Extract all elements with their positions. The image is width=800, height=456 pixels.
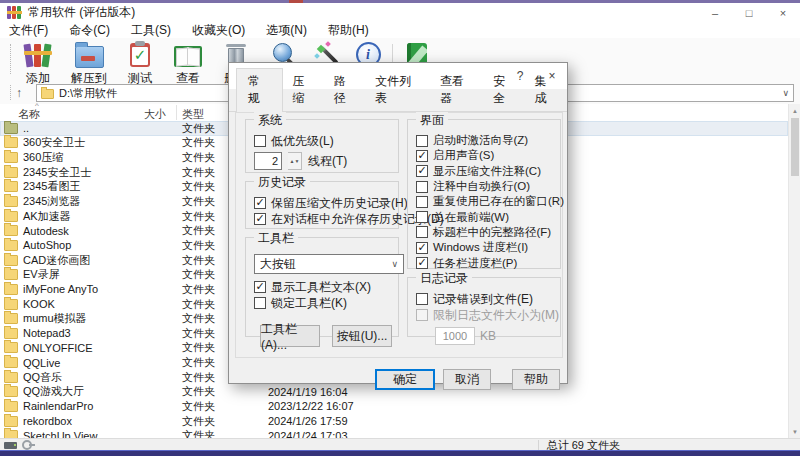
checkbox-box — [416, 293, 428, 305]
column-divider[interactable] — [176, 105, 177, 120]
up-directory-button[interactable]: ↑ — [8, 84, 30, 102]
checkbox-interface-item[interactable]: 总在最前端(W) — [416, 209, 554, 224]
menu-item[interactable]: 命令(C) — [69, 22, 110, 39]
folder-icon — [4, 357, 18, 368]
drive-icon — [4, 442, 17, 449]
dialog-tab[interactable]: 常规 — [236, 68, 283, 112]
toolbars-button[interactable]: 工具栏(A)... — [260, 325, 320, 347]
view-book-icon — [174, 46, 202, 67]
checkbox-label: 重复使用已存在的窗口(R) — [433, 194, 564, 209]
checkbox-history-item[interactable]: 在对话框中允许保存历史记录(D) — [254, 211, 392, 227]
scroll-down-icon[interactable]: ▼ — [789, 425, 800, 438]
checkbox-interface-item[interactable]: 注释中自动换行(O) — [416, 179, 554, 194]
file-name: SketchUp View — [23, 430, 97, 438]
file-type: 文件夹 — [182, 223, 215, 238]
menu-item[interactable]: 工具(S) — [131, 22, 171, 39]
vertical-scrollbar[interactable]: ▲ ▼ — [788, 104, 800, 438]
checkbox-label: 启动时激活向导(Z) — [433, 133, 528, 148]
checkbox-label: 显示压缩文件注释(C) — [433, 164, 541, 179]
folder-icon — [4, 430, 18, 438]
checkbox-label: 任务栏进度栏(P) — [433, 256, 517, 271]
folder-icon — [4, 255, 18, 266]
extract-folder-icon — [75, 46, 104, 68]
folder-icon — [4, 284, 18, 295]
folder-icon — [4, 211, 18, 222]
threads-spinner-row: 2 ▲▼ 线程(T) — [254, 152, 392, 170]
checkbox-label: 显示工具栏文本(X) — [271, 279, 371, 296]
dialog-tab[interactable]: 路径 — [325, 69, 366, 111]
dialog-tab[interactable]: 集成 — [526, 69, 567, 111]
checkbox-interface-item[interactable]: Windows 进度栏(I) — [416, 240, 554, 255]
buttons-button[interactable]: 按钮(U)... — [332, 325, 392, 347]
table-row[interactable]: rekordbox 文件夹 2024/1/26 17:59 — [0, 414, 788, 429]
scrollbar-thumb[interactable] — [791, 118, 799, 176]
file-type: 文件夹 — [182, 340, 215, 355]
checkbox-toolbar-item[interactable]: 锁定工具栏(K) — [254, 295, 392, 311]
folder-icon — [4, 313, 18, 324]
test-button[interactable]: 测试 — [116, 38, 164, 87]
checkbox-box — [416, 150, 428, 162]
add-button[interactable]: 添加 — [14, 38, 62, 87]
view-button[interactable]: 查看 — [164, 38, 212, 87]
file-type: 文件夹 — [182, 414, 215, 429]
checkbox-box — [416, 226, 428, 238]
checkbox-interface-item[interactable]: 重复使用已存在的窗口(R) — [416, 194, 554, 209]
table-row[interactable]: SketchUp View 文件夹 2024/1/24 17:03 — [0, 428, 788, 438]
table-row[interactable]: RainlendarPro 文件夹 2023/12/22 16:07 — [0, 399, 788, 414]
column-header-type[interactable]: 类型 — [182, 107, 204, 122]
help-button[interactable]: 帮助 — [512, 369, 560, 390]
file-type: 文件夹 — [182, 326, 215, 341]
folder-icon — [4, 328, 18, 339]
log-size-input[interactable]: 1000 — [435, 327, 475, 345]
dialog-tab[interactable]: 安全 — [484, 69, 525, 111]
menu-item[interactable]: 帮助(H) — [328, 22, 369, 39]
checkbox-interface-item[interactable]: 任务栏进度栏(P) — [416, 255, 554, 270]
threads-input[interactable]: 2 — [254, 152, 282, 170]
folder-icon — [4, 196, 18, 207]
chevron-down-icon[interactable]: ∨ — [782, 88, 789, 98]
checkbox-interface-item[interactable]: 启动时激活向导(Z) — [416, 133, 554, 148]
spinner-arrows[interactable]: ▲▼ — [288, 152, 302, 170]
scroll-up-icon[interactable]: ▲ — [789, 104, 800, 117]
group-legend: 工具栏 — [254, 230, 298, 247]
checkbox-interface-item[interactable]: 标题栏中的完整路径(F) — [416, 225, 554, 240]
file-type: 文件夹 — [182, 165, 215, 180]
checkbox-low-priority[interactable]: 低优先级(L) — [254, 133, 392, 149]
dialog-tab[interactable]: 查看器 — [431, 69, 484, 111]
file-name: ONLYOFFICE — [23, 342, 92, 354]
toolbar-size-select[interactable]: 大按钮 ∨ — [254, 254, 404, 274]
checkbox-label: 标题栏中的完整路径(F) — [433, 225, 551, 240]
checkbox-toolbar-item[interactable]: 显示工具栏文本(X) — [254, 279, 392, 295]
cancel-button[interactable]: 取消 — [443, 369, 491, 390]
minimize-button[interactable]: – — [698, 3, 732, 22]
checkbox-log-errors[interactable]: 记录错误到文件(E) — [416, 291, 554, 307]
dialog-tabs: 常规压缩路径文件列表查看器安全集成 — [229, 90, 567, 112]
dialog-tab[interactable]: 文件列表 — [366, 69, 431, 111]
file-date: 2024/1/24 17:03 — [268, 430, 348, 438]
extract-to-button[interactable]: 解压到 — [62, 38, 116, 87]
window-title: 常用软件 (评估版本) — [28, 4, 135, 21]
checkbox-interface-item[interactable]: 显示压缩文件注释(C) — [416, 164, 554, 179]
folder-icon — [4, 401, 18, 412]
title-bar: 常用软件 (评估版本) – □ × — [0, 3, 800, 22]
menu-item[interactable]: 选项(N) — [266, 22, 307, 39]
checkbox-history-item[interactable]: 保留压缩文件历史记录(H) — [254, 195, 392, 211]
file-type: 文件夹 — [182, 209, 215, 224]
file-name: rekordbox — [23, 415, 72, 427]
checkbox-box — [254, 135, 266, 147]
close-button[interactable]: × — [766, 3, 800, 22]
file-type: 文件夹 — [182, 355, 215, 370]
checkbox-box — [254, 281, 266, 293]
group-legend: 界面 — [416, 112, 448, 129]
checkbox-limit-log-size[interactable]: 限制日志文件大小为(M) — [416, 307, 554, 323]
folder-icon — [4, 137, 18, 148]
dialog-tab[interactable]: 压缩 — [283, 69, 324, 111]
checkbox-interface-item[interactable]: 启用声音(S) — [416, 148, 554, 163]
column-header-size[interactable]: 大小 — [100, 107, 166, 122]
checkbox-box — [416, 257, 428, 269]
file-name: QQ音乐 — [23, 370, 62, 385]
menu-item[interactable]: 文件(F) — [9, 22, 48, 39]
maximize-button[interactable]: □ — [732, 3, 766, 22]
ok-button[interactable]: 确定 — [375, 369, 435, 390]
menu-item[interactable]: 收藏夹(O) — [192, 22, 245, 39]
